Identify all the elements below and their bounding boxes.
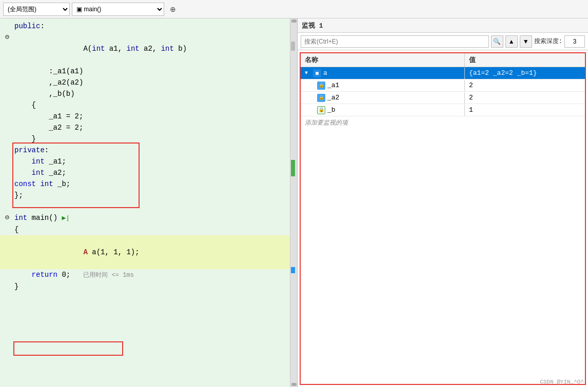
watch-row-a[interactable]: ▼ ◼ a {a1=2 _a2=2 _b=1} <box>301 67 585 79</box>
code-line: return 0; 已用时间 <= 1ms <box>0 269 297 281</box>
watch-panel-header: 监视 1 <box>298 18 588 33</box>
code-line: private: <box>0 145 297 156</box>
watch-variable-name-a: a <box>323 69 327 77</box>
watch-icon-field-a1: 🔒 <box>317 82 325 90</box>
line-content: _a1 = 2; <box>12 111 295 122</box>
watch-variable-name-b: _b <box>327 106 336 114</box>
code-line: :_a1(a1) <box>0 66 297 77</box>
line-content: ,_a2(a2) <box>12 77 295 88</box>
watch-search-up-button[interactable]: ▲ <box>505 35 518 48</box>
line-content: A a(1, 1, 1); <box>12 235 295 269</box>
watch-search-input[interactable] <box>301 35 489 48</box>
main-area: public: ⊖ A(int a1, int a2, int b) :_a1(… <box>0 18 588 387</box>
code-pane: public: ⊖ A(int a1, int a2, int b) :_a1(… <box>0 18 298 387</box>
line-gutter[interactable]: ⊖ <box>2 32 12 43</box>
watch-add-item-label: 添加要监视的项 <box>305 119 348 127</box>
code-line: { <box>0 224 297 235</box>
scrollbar-up-arrow[interactable] <box>291 19 297 23</box>
watch-col-name-header: 名称 <box>301 53 465 67</box>
code-line: ,_a2(a2) <box>0 77 297 88</box>
watch-table-header: 名称 值 <box>301 53 585 67</box>
watch-row-b-name: 🔒 _b <box>301 105 465 116</box>
watch-variable-name-a2: _a2 <box>327 94 339 101</box>
watch-table: 名称 值 ▼ ◼ a {a1=2 _a2=2 _b=1} 🔒 <box>300 52 586 385</box>
watch-icon-cube-a: ◼ <box>313 69 321 77</box>
watch-depth-label: 搜索深度: <box>534 37 562 46</box>
code-line: _a2 = 2; <box>0 122 297 133</box>
line-content: public: <box>12 21 295 32</box>
line-content: :_a1(a1) <box>12 66 295 77</box>
watch-row-a2[interactable]: 🔒 _a2 2 <box>301 92 585 104</box>
line-content: { <box>12 99 295 111</box>
watch-row-a2-value: 2 <box>465 92 585 103</box>
watch-icon-const-b: 🔒 <box>317 106 325 114</box>
code-line-current: A a(1, 1, 1); <box>0 235 297 269</box>
toolbar: (全局范围) ▣ main() ⊕ <box>0 0 588 18</box>
watch-col-value-header: 值 <box>465 53 585 67</box>
code-line: int _a1; <box>0 156 297 167</box>
watch-row-a1-name: 🔒 _a1 <box>301 80 465 91</box>
scrollbar-thumb[interactable] <box>291 42 295 51</box>
expand-arrow-a[interactable]: ▼ <box>305 70 311 76</box>
watch-pane: 监视 1 🔍 ▲ ▼ 搜索深度: 名称 值 ▼ <box>298 18 588 387</box>
code-line: int _a2; <box>0 167 297 178</box>
line-content: }; <box>12 190 295 201</box>
watch-row-a-name: ▼ ◼ a <box>301 68 465 79</box>
watch-table-body: ▼ ◼ a {a1=2 _a2=2 _b=1} 🔒 _a1 2 <box>301 67 585 384</box>
code-line: } <box>0 133 297 145</box>
watch-search-bar: 🔍 ▲ ▼ 搜索深度: <box>298 33 588 50</box>
scrollbar-marker-green <box>291 160 295 176</box>
line-content: return 0; 已用时间 <= 1ms <box>12 269 295 281</box>
code-line: _a1 = 2; <box>0 111 297 122</box>
line-content: int _a2; <box>12 167 295 178</box>
scrollbar-track <box>290 24 297 382</box>
watch-depth-input[interactable] <box>564 35 585 48</box>
watermark: CSDN @YIN_^O^ <box>540 379 584 385</box>
code-line: } <box>0 281 297 292</box>
line-content: A(int a1, int a2, int b) <box>12 32 295 66</box>
code-area-wrapper: public: ⊖ A(int a1, int a2, int b) :_a1(… <box>0 18 297 387</box>
code-line: ,_b(b) <box>0 88 297 99</box>
line-content: int main() ▶| <box>12 212 295 224</box>
line-content: { <box>12 224 295 235</box>
code-line: public: <box>0 21 297 32</box>
watch-row-a1[interactable]: 🔒 _a1 2 <box>301 79 585 92</box>
watch-search-down-button[interactable]: ▼ <box>520 35 532 48</box>
scrollbar-marker-blue <box>291 267 295 273</box>
code-scroll[interactable]: public: ⊖ A(int a1, int a2, int b) :_a1(… <box>0 18 297 294</box>
line-content: _a2 = 2; <box>12 122 295 133</box>
code-line: }; <box>0 190 297 201</box>
watch-row-b[interactable]: 🔒 _b 1 <box>301 104 585 116</box>
watch-row-a1-value: 2 <box>465 80 585 91</box>
watch-row-b-value: 1 <box>465 105 585 115</box>
line-content: ,_b(b) <box>12 88 295 99</box>
line-content: const int _b; <box>12 178 295 190</box>
line-content: private: <box>12 145 295 156</box>
code-line: const int _b; <box>0 178 297 190</box>
code-line: ⊖ A(int a1, int a2, int b) <box>0 32 297 66</box>
watch-add-item[interactable]: 添加要监视的项 <box>301 116 585 129</box>
watch-search-button[interactable]: 🔍 <box>491 35 503 48</box>
line-content: int _a1; <box>12 156 295 167</box>
code-line: { <box>0 99 297 111</box>
line-gutter[interactable]: ⊖ <box>2 212 12 223</box>
line-content <box>12 201 295 212</box>
scope-dropdown[interactable]: (全局范围) <box>3 3 70 16</box>
watch-icon-field-a2: 🔒 <box>317 94 325 102</box>
watch-variable-name-a1: _a1 <box>327 82 339 89</box>
line-content: } <box>12 133 295 145</box>
func-dropdown[interactable]: ▣ main() <box>72 3 164 16</box>
watch-row-a-value: {a1=2 _a2=2 _b=1} <box>465 68 585 78</box>
code-line <box>0 201 297 212</box>
code-line-main: ⊖ int main() ▶| <box>0 212 297 224</box>
move-icon-button[interactable]: ⊕ <box>166 3 180 16</box>
code-scrollbar[interactable] <box>290 18 297 387</box>
red-rect-main-call <box>13 341 123 356</box>
line-content: } <box>12 281 295 292</box>
watch-row-a2-name: 🔒 _a2 <box>301 92 465 104</box>
watch-panel-title: 监视 1 <box>302 21 323 30</box>
scrollbar-down-arrow[interactable] <box>291 383 297 386</box>
